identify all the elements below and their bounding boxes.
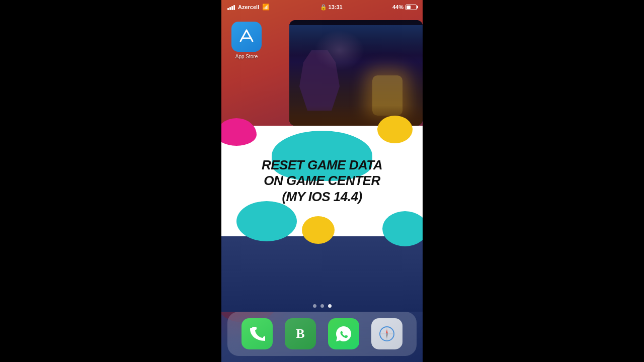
page-dots [221,304,423,308]
blob-yellow [377,116,413,143]
black-left-panel [0,0,221,362]
signal-bars [227,4,235,10]
dot-1 [313,304,316,308]
svg-line-0 [240,30,247,41]
dot-2 [320,304,324,308]
battery-icon [406,5,417,10]
title-card: RESET GAME DATA ON GAME CENTER (MY IOS 1… [221,126,423,236]
signal-bar-3 [231,6,233,10]
lower-bg [221,236,423,312]
status-bar: Azercell 📶 🔒 13:31 44% [221,0,423,14]
game-screenshot [289,20,423,126]
blob-yellow-bottom [302,216,335,244]
title-line-1: RESET GAME DATA [262,157,382,173]
signal-bar-1 [227,8,229,10]
dock-phone-icon[interactable] [242,318,273,349]
app-store-wrapper[interactable]: App Store [231,22,262,59]
carrier-name: Azercell [238,4,259,10]
dock-safari-icon[interactable] [371,318,403,349]
dock-whatsapp-icon[interactable] [328,318,359,349]
dock: B [227,312,417,356]
wifi-icon: 📶 [262,4,270,11]
black-right-panel [423,0,644,362]
title-text-block: RESET GAME DATA ON GAME CENTER (MY IOS 1… [252,147,392,215]
svg-line-1 [247,30,253,41]
battery-fill [407,6,411,9]
blob-teal-right [382,211,423,246]
title-line-2: ON GAME CENTER [262,173,382,189]
phone-screen: Azercell 📶 🔒 13:31 44% App Store [221,0,423,362]
status-right: 44% [392,4,417,10]
signal-bar-2 [229,7,231,10]
app-store-icon[interactable] [231,22,262,52]
battery-percent: 44% [392,4,404,10]
status-left: Azercell 📶 [227,4,270,11]
game-art-container [289,20,423,126]
app-store-label: App Store [235,54,258,59]
dock-b-app-icon[interactable]: B [285,318,316,349]
game-art [289,20,423,126]
game-art-smoke [314,30,365,70]
signal-bar-4 [233,5,235,10]
status-time: 🔒 13:31 [320,4,343,11]
title-line-3: (MY IOS 14.4) [262,189,382,205]
dot-3-active [328,304,332,308]
